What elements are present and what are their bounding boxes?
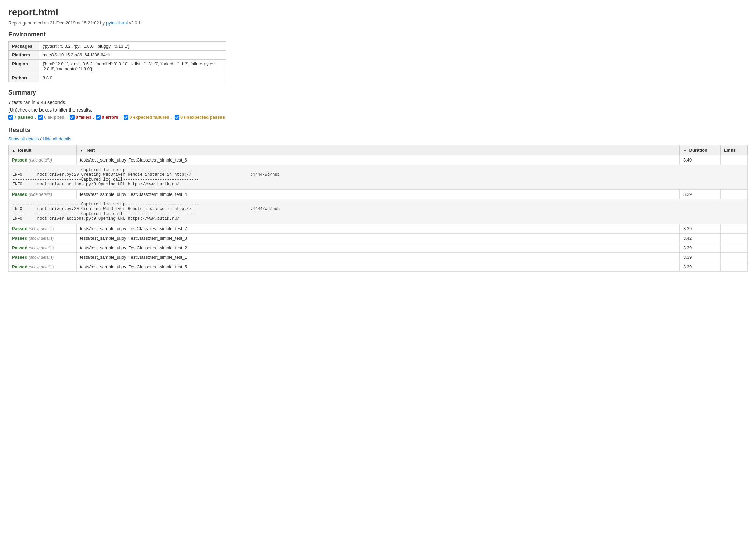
test-name-cell: tests/test_sample_ui.py::TestClass::test… [77,234,680,243]
links-cell [721,155,748,165]
environment-heading: Environment [8,31,748,38]
filter-count-failed: 0 failed [76,115,91,120]
filter-xfailed: 0 expected failures [124,115,169,120]
sort-icon-result: ▲ [12,149,15,152]
duration-cell: 3.42 [680,234,721,243]
result-status: Passed [12,255,28,260]
filter-checkbox-xpassed[interactable] [175,115,179,120]
report-meta: Report generated on 21-Dec-2019 at 15:21… [8,20,748,26]
table-row: Passed (show details) tests/test_sample_… [9,234,748,243]
hide-all-details-link[interactable]: Hide all details [43,136,71,141]
links-cell [721,224,748,234]
links-cell [721,262,748,272]
sort-icon-duration: ▼ [683,149,687,152]
result-status: Passed [12,236,28,241]
filter-comma: , [66,115,68,120]
filter-checkbox-errors[interactable] [96,115,101,120]
duration-cell: 3.39 [680,224,721,234]
duration-cell: 3.39 [680,262,721,272]
filter-checkbox-passed[interactable] [8,115,13,120]
duration-cell: 3.39 [680,190,721,199]
env-key: Platform [9,51,39,60]
filter-count-xpassed: 0 unexpected passes [180,115,225,120]
environment-table: Packages{'pytest': '5.3.2', 'py': '1.8.0… [8,41,226,82]
result-cell: Passed (show details) [9,224,77,234]
test-name-cell: tests/test_sample_ui.py::TestClass::test… [77,243,680,253]
filter-comma: , [171,115,172,120]
table-row: Passed (hide details) tests/test_sample_… [9,190,748,199]
table-row: Passed (show details) tests/test_sample_… [9,253,748,262]
col-header-test[interactable]: ▼ Test [77,145,680,155]
links-cell [721,190,748,199]
filter-skipped: 0 skipped [38,115,64,120]
env-row: Plugins{'html': '2.0.1', 'env': '0.6.2',… [9,60,226,73]
env-key: Packages [9,42,39,51]
env-value: 3.8.0 [39,73,226,82]
filter-failed: 0 failed [70,115,91,120]
test-name-cell: tests/test_sample_ui.py::TestClass::test… [77,190,680,199]
summary-section: Summary 7 tests ran in 9.43 seconds. (Un… [8,89,748,120]
env-value: {'html': '2.0.1', 'env': '0.6.2', 'paral… [39,60,226,73]
result-cell: Passed (show details) [9,243,77,253]
details-links: Show all details / Hide all details [8,136,748,141]
detail-log-cell: ----------------------------Captured log… [9,165,748,190]
result-status: Passed [12,157,28,163]
summary-heading: Summary [8,89,748,96]
filter-count-xfailed: 0 expected failures [129,115,169,120]
result-cell: Passed (hide details) [9,155,77,165]
detail-log: ----------------------------Captured log… [13,168,743,187]
table-row: Passed (hide details) tests/test_sample_… [9,155,748,165]
detail-toggle[interactable]: (show details) [29,255,54,260]
col-header-links: Links [721,145,748,155]
page-title: report.html [8,7,748,18]
table-row: Passed (show details) tests/test_sample_… [9,243,748,253]
duration-cell: 3.40 [680,155,721,165]
results-heading: Results [8,126,748,134]
detail-row: ----------------------------Captured log… [9,165,748,190]
table-row: Passed (show details) tests/test_sample_… [9,224,748,234]
table-row: Passed (show details) tests/test_sample_… [9,262,748,272]
show-all-details-link[interactable]: Show all details [8,136,39,141]
filter-row: 7 passed , 0 skipped , 0 failed , 0 erro… [8,115,748,120]
result-cell: Passed (hide details) [9,190,77,199]
result-status: Passed [12,264,28,269]
results-section: Results Show all details / Hide all deta… [8,126,748,272]
env-row: Python3.8.0 [9,73,226,82]
sort-icon-test: ▼ [80,149,83,152]
result-cell: Passed (show details) [9,253,77,262]
col-header-duration[interactable]: ▼ Duration [680,145,721,155]
detail-toggle[interactable]: (show details) [29,265,54,269]
detail-toggle[interactable]: (hide details) [29,158,52,163]
filter-comma: , [35,115,36,120]
test-name-cell: tests/test_sample_ui.py::TestClass::test… [77,253,680,262]
detail-toggle[interactable]: (show details) [29,236,54,241]
filter-checkbox-failed[interactable] [70,115,75,120]
env-key: Plugins [9,60,39,73]
filter-checkbox-xfailed[interactable] [124,115,128,120]
detail-toggle[interactable]: (show details) [29,245,54,250]
pytest-html-link[interactable]: pytest-html [106,20,128,26]
duration-cell: 3.39 [680,253,721,262]
result-status: Passed [12,245,28,250]
test-name-cell: tests/test_sample_ui.py::TestClass::test… [77,224,680,234]
results-table: ▲ Result ▼ Test ▼ Duration Links Passed … [8,145,748,272]
col-header-result[interactable]: ▲ Result [9,145,77,155]
env-value: macOS-10.15.2-x86_64-i386-64bit [39,51,226,60]
filter-count-errors: 0 errors [102,115,118,120]
duration-cell: 3.39 [680,243,721,253]
detail-toggle[interactable]: (show details) [29,226,54,231]
detail-toggle[interactable]: (hide details) [29,192,52,197]
filter-count-passed: 7 passed [14,115,33,120]
result-cell: Passed (show details) [9,234,77,243]
stats-text: 7 tests ran in 9.43 seconds. [8,100,748,105]
detail-row: ----------------------------Captured log… [9,199,748,224]
detail-log: ----------------------------Captured log… [13,202,743,221]
links-cell [721,234,748,243]
links-cell [721,243,748,253]
result-status: Passed [12,192,28,197]
env-key: Python [9,73,39,82]
filter-checkbox-skipped[interactable] [38,115,43,120]
filter-comma: , [93,115,94,120]
env-row: Packages{'pytest': '5.3.2', 'py': '1.8.0… [9,42,226,51]
test-name-cell: tests/test_sample_ui.py::TestClass::test… [77,155,680,165]
